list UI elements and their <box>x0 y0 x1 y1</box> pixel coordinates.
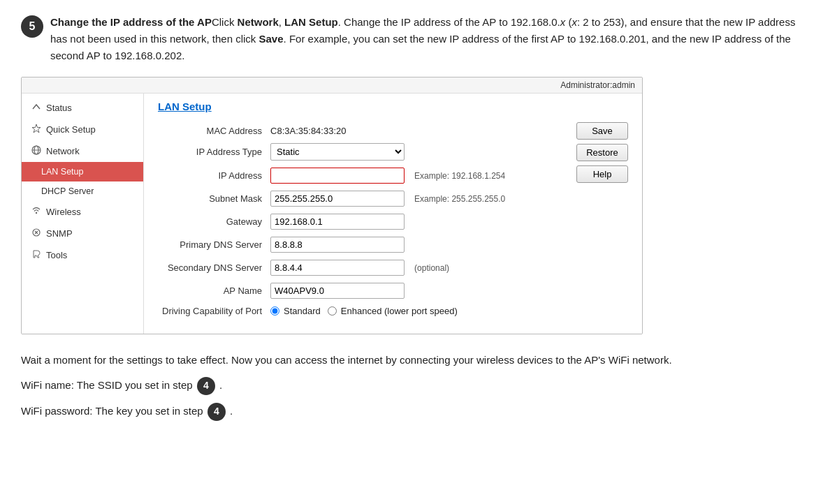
restore-button[interactable]: Restore <box>576 144 628 161</box>
ip-type-field[interactable]: Static Dynamic <box>266 140 409 164</box>
subnet-mask-row: Subnet Mask Example: 255.255.255.0 <box>158 187 562 210</box>
sidebar-item-status[interactable]: Status <box>22 97 143 119</box>
ap-name-label: AP Name <box>158 279 266 302</box>
ip-type-select[interactable]: Static Dynamic <box>270 143 405 161</box>
mac-address-value: C8:3A:35:84:33:20 <box>266 122 409 140</box>
step5-click: Click <box>212 16 238 28</box>
step5-heading-bold: Change the IP address of the AP <box>50 16 212 28</box>
status-icon <box>31 102 41 114</box>
step5-circle: 5 <box>21 15 43 38</box>
sidebar-label-status: Status <box>46 103 72 113</box>
gateway-row: Gateway <box>158 210 562 233</box>
driving-standard-label[interactable]: Standard <box>284 306 321 316</box>
sidebar-label-lan-setup: LAN Setup <box>41 167 83 177</box>
subnet-mask-input[interactable] <box>270 191 405 207</box>
mac-address-label: MAC Address <box>158 122 266 140</box>
step4-circle-pass: 4 <box>208 403 226 421</box>
ip-type-row: IP Address Type Static Dynamic <box>158 140 562 164</box>
mac-address-row: MAC Address C8:3A:35:84:33:20 <box>158 122 562 140</box>
subnet-mask-field[interactable] <box>266 187 409 210</box>
ap-name-row: AP Name <box>158 279 562 302</box>
secondary-dns-field[interactable] <box>266 256 409 279</box>
save-button[interactable]: Save <box>576 122 628 140</box>
ip-address-hint: Example: 192.168.1.254 <box>409 164 562 187</box>
sidebar-label-tools: Tools <box>46 250 67 260</box>
ip-address-input[interactable] <box>270 168 405 184</box>
bottom-text: Wait a moment for the settings to take e… <box>21 351 809 421</box>
lan-setup-title: LAN Setup <box>158 101 628 112</box>
buttons-column: Save Restore Help <box>562 122 628 320</box>
snmp-icon <box>31 228 41 239</box>
primary-dns-row: Primary DNS Server <box>158 233 562 256</box>
sidebar-item-quick-setup[interactable]: Quick Setup <box>22 119 143 140</box>
ip-address-row: IP Address Example: 192.168.1.254 <box>158 164 562 187</box>
driving-cap-field: Standard Enhanced (lower port speed) <box>266 302 562 320</box>
help-button[interactable]: Help <box>576 165 628 183</box>
secondary-dns-input[interactable] <box>270 260 405 276</box>
ap-name-field[interactable] <box>266 279 409 302</box>
ip-address-field[interactable] <box>266 164 409 187</box>
sidebar-item-snmp[interactable]: SNMP <box>22 223 143 244</box>
ip-type-label: IP Address Type <box>158 140 266 164</box>
driving-cap-label: Driving Capability of Port <box>158 302 266 320</box>
network-link: Network <box>238 16 279 28</box>
subnet-mask-hint: Example: 255.255.255.0 <box>409 187 562 210</box>
gateway-input[interactable] <box>270 214 405 230</box>
ap-name-input[interactable] <box>270 283 405 299</box>
sidebar-item-dhcp-server[interactable]: DHCP Server <box>22 181 143 201</box>
svg-point-3 <box>36 212 37 214</box>
ui-layout: Status Quick Setup Network LAN Setup <box>22 94 642 334</box>
driving-cap-options: Standard Enhanced (lower port speed) <box>270 306 558 316</box>
secondary-dns-hint: (optional) <box>409 256 562 279</box>
quick-setup-icon <box>31 124 41 135</box>
wireless-icon <box>31 206 41 218</box>
subnet-mask-label: Subnet Mask <box>158 187 266 210</box>
step5-header: 5 Change the IP address of the APClick N… <box>21 14 809 64</box>
secondary-dns-label: Secondary DNS Server <box>158 256 266 279</box>
driving-enhanced-radio[interactable] <box>328 306 337 316</box>
primary-dns-label: Primary DNS Server <box>158 233 266 256</box>
sidebar-item-wireless[interactable]: Wireless <box>22 201 143 223</box>
sidebar-item-tools[interactable]: Tools <box>22 244 143 266</box>
wifi-pass-text: WiFi password: The key you set in step 4… <box>21 402 809 421</box>
primary-dns-field[interactable] <box>266 233 409 256</box>
sidebar-label-quick-setup: Quick Setup <box>46 124 96 135</box>
wifi-name-text: WiFi name: The SSID you set in step 4 . <box>21 376 809 395</box>
form-area: MAC Address C8:3A:35:84:33:20 IP Address… <box>158 122 628 320</box>
driving-cap-row: Driving Capability of Port Standard Enha… <box>158 302 562 320</box>
gateway-label: Gateway <box>158 210 266 233</box>
sidebar-label-dhcp-server: DHCP Server <box>41 186 94 196</box>
admin-bar: Administrator:admin <box>22 77 642 94</box>
sidebar-item-lan-setup[interactable]: LAN Setup <box>22 162 143 181</box>
sidebar-label-network: Network <box>46 146 80 156</box>
driving-enhanced-label[interactable]: Enhanced (lower port speed) <box>341 306 458 316</box>
sidebar-label-snmp: SNMP <box>46 228 73 239</box>
tools-icon <box>31 249 41 261</box>
wait-text: Wait a moment for the settings to take e… <box>21 351 809 369</box>
primary-dns-input[interactable] <box>270 237 405 253</box>
screenshot-box: Administrator:admin Status Quick Setup <box>21 77 643 334</box>
sidebar-label-wireless: Wireless <box>46 207 81 217</box>
step5-text: Change the IP address of the APClick Net… <box>50 14 809 64</box>
sidebar: Status Quick Setup Network LAN Setup <box>22 94 144 334</box>
secondary-dns-row: Secondary DNS Server (optional) <box>158 256 562 279</box>
gateway-field[interactable] <box>266 210 409 233</box>
lan-setup-form: MAC Address C8:3A:35:84:33:20 IP Address… <box>158 122 562 320</box>
main-content: LAN Setup MAC Address C8:3A:35:84:33:20 … <box>144 94 642 334</box>
lan-setup-link: LAN Setup <box>284 16 338 28</box>
network-icon <box>31 145 41 157</box>
ip-address-label: IP Address <box>158 164 266 187</box>
driving-standard-radio[interactable] <box>270 306 279 316</box>
step4-circle-name: 4 <box>197 377 215 395</box>
sidebar-item-network[interactable]: Network <box>22 140 143 162</box>
